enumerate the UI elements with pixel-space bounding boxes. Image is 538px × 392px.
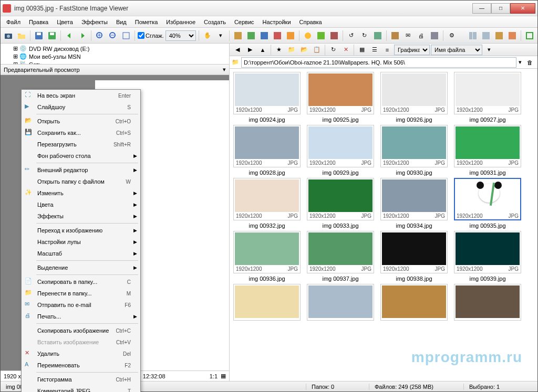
preview-zoom[interactable]: 1:1 (210, 373, 218, 379)
save-icon[interactable] (33, 30, 45, 41)
camera-icon[interactable] (3, 30, 14, 41)
rotate-left-icon[interactable]: ↺ (346, 30, 357, 41)
thumbnail[interactable]: 1920x1200JPGimg 00926.jpg (380, 72, 448, 123)
t2-icon[interactable] (245, 30, 257, 41)
menu-effects[interactable]: Эффекты (78, 18, 111, 26)
context-item[interactable]: 📂ОткрытьCtrl+O (22, 115, 140, 127)
thumbnail[interactable]: 1920x1200JPGimg 00933.jpg (306, 178, 375, 229)
group-combo[interactable]: Графика (394, 45, 430, 55)
chevron-down-icon[interactable]: ▾ (223, 66, 226, 73)
context-item[interactable]: ✏Внешний редактор▶ (22, 164, 140, 176)
menu-service[interactable]: Сервис (231, 18, 258, 26)
thumbnail[interactable]: 1920x1200JPGimg 00938.jpg (380, 231, 448, 282)
context-item[interactable]: 📄Скопировать в папку...C (22, 276, 140, 288)
next-icon[interactable] (77, 30, 88, 41)
t8-icon[interactable] (328, 30, 340, 41)
prev-icon[interactable] (64, 30, 75, 41)
layout3-icon[interactable] (493, 30, 505, 41)
rotate-right-icon[interactable]: ↻ (359, 30, 370, 41)
thumbnail[interactable] (306, 284, 375, 321)
thumbnail[interactable]: 1920x1200JPGimg 00931.jpg (453, 125, 522, 176)
thumbnail[interactable]: 1920x1200JPGimg 00939.jpg (453, 231, 522, 282)
thumbnail-grid[interactable]: 1920x1200JPGimg 00924.jpg1920x1200JPGimg… (230, 69, 537, 381)
maximize-button[interactable]: □ (491, 3, 510, 14)
layout1-icon[interactable] (467, 30, 479, 41)
context-item[interactable]: Переход к изображению▶ (22, 225, 140, 236)
view3-icon[interactable]: ≡ (381, 44, 393, 56)
t6-icon[interactable] (302, 30, 314, 41)
thumbnail[interactable] (453, 284, 522, 321)
thumbnail[interactable]: 1920x1200JPGimg 00935.jpg (453, 178, 522, 229)
context-item[interactable]: ✕УдалитьDel (22, 348, 140, 359)
thumbnail[interactable]: 1920x1200JPGimg 00934.jpg (380, 178, 448, 229)
menu-create[interactable]: Создать (200, 18, 230, 26)
context-item[interactable]: Масштаб▶ (22, 248, 140, 259)
open-folder-icon[interactable] (16, 30, 27, 41)
t10-icon[interactable] (389, 30, 401, 41)
menu-settings[interactable]: Настройки (259, 18, 295, 26)
context-item[interactable]: 💾Сохранить как...Ctrl+S (22, 127, 140, 139)
path-dropdown-icon[interactable]: ▾ (519, 59, 522, 66)
layout2-icon[interactable] (480, 30, 492, 41)
context-item[interactable]: 📁Перенести в папку...M (22, 288, 140, 299)
zoom-out-icon[interactable] (107, 30, 119, 41)
context-item[interactable]: ✨Изменить▶ (22, 187, 140, 199)
thumbnail[interactable] (380, 284, 448, 321)
thumbnail[interactable]: 1920x1200JPGimg 00925.jpg (306, 72, 375, 123)
chevron-down-icon[interactable]: ▾ (215, 30, 226, 41)
fav4-icon[interactable]: 📋 (311, 44, 323, 56)
t11-icon[interactable] (429, 30, 440, 41)
thumbnail[interactable]: 1920x1200JPGimg 00932.jpg (233, 178, 301, 229)
context-item[interactable]: ✉Отправить по e-mailF6 (22, 299, 140, 311)
fav1-icon[interactable]: ★ (273, 44, 285, 56)
context-item[interactable]: Скопировать изображениеCtrl+C (22, 325, 140, 336)
menu-file[interactable]: Файл (3, 18, 24, 26)
context-item[interactable]: Открыть папку с файломW (22, 176, 140, 187)
zoom-in-icon[interactable] (94, 30, 106, 41)
thumbnail[interactable]: 1920x1200JPGimg 00937.jpg (306, 231, 375, 282)
menu-fav[interactable]: Избранное (162, 18, 199, 26)
t9-icon[interactable] (372, 30, 384, 41)
context-item[interactable]: Выделение▶ (22, 262, 140, 273)
context-item[interactable]: ▶СлайдшоуS (22, 101, 140, 113)
thumbnail[interactable]: 1920x1200JPGimg 00928.jpg (233, 125, 301, 176)
mail-icon[interactable]: ✉ (402, 30, 414, 41)
t5-icon[interactable] (285, 30, 296, 41)
menu-tag[interactable]: Пометка (131, 18, 162, 26)
back-icon[interactable]: ◀ (232, 44, 243, 56)
view1-icon[interactable]: ▦ (356, 44, 368, 56)
context-item[interactable]: ГистограммаCtrl+H (22, 374, 140, 385)
save-as-icon[interactable] (46, 30, 58, 41)
minimize-button[interactable]: — (472, 3, 491, 14)
refresh-icon[interactable]: ↻ (327, 44, 339, 56)
thumbnail[interactable]: 1920x1200JPGimg 00930.jpg (380, 125, 448, 176)
fwd-icon[interactable]: ▶ (244, 44, 256, 56)
trash-icon[interactable]: 🗑 (524, 57, 535, 68)
context-item[interactable]: ПерезагрузитьShift+R (22, 139, 140, 150)
t7-icon[interactable] (315, 30, 327, 41)
menu-colors[interactable]: Цвета (53, 18, 77, 26)
menu-help[interactable]: Справка (296, 18, 326, 26)
thumbnail[interactable]: 1920x1200JPGimg 00924.jpg (233, 72, 301, 123)
context-item[interactable]: ⛶На весь экранEnter (22, 90, 140, 101)
print-icon[interactable]: 🖨 (416, 30, 427, 41)
menu-view[interactable]: Вид (112, 18, 130, 26)
fav2-icon[interactable]: 📁 (286, 44, 297, 56)
close-button[interactable]: ✕ (510, 3, 535, 14)
smooth-checkbox[interactable] (138, 32, 144, 39)
zoom-fit-icon[interactable] (120, 30, 132, 41)
view2-icon[interactable]: ☰ (369, 44, 380, 56)
context-item[interactable]: Фон рабочего стола▶ (22, 150, 140, 162)
sort-dir-icon[interactable]: ▾ (483, 44, 495, 56)
layout4-icon[interactable] (506, 30, 518, 41)
folder-tree[interactable]: ⊞ 💿DVD RW дисковод (E:) ⊞ 🌐Мои веб-узлы … (1, 44, 229, 65)
thumbnail[interactable]: 1920x1200JPGimg 00927.jpg (453, 72, 522, 123)
context-item[interactable]: Эффекты▶ (22, 210, 140, 222)
thumbnail[interactable]: 1920x1200JPGimg 00936.jpg (233, 231, 301, 282)
context-item[interactable]: 🖨Печать...▶ (22, 311, 140, 322)
settings-icon[interactable]: ⚙ (446, 30, 458, 41)
menu-edit[interactable]: Правка (25, 18, 52, 26)
path-input[interactable] (241, 57, 516, 68)
context-item[interactable]: Цвета▶ (22, 199, 140, 210)
t4-icon[interactable] (272, 30, 283, 41)
